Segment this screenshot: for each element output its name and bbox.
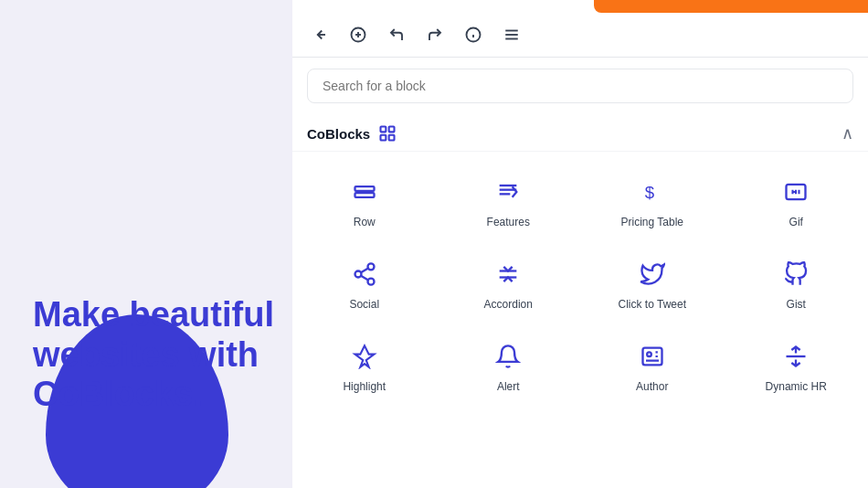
social-label: Social: [349, 298, 379, 311]
add-block-button[interactable]: [345, 22, 371, 48]
alert-label: Alert: [497, 380, 520, 393]
highlight-icon: [348, 340, 381, 373]
block-item-features[interactable]: Features: [437, 159, 581, 241]
click-to-tweet-label: Click to Tweet: [619, 298, 686, 311]
author-icon: [636, 340, 669, 373]
block-item-alert[interactable]: Alert: [437, 324, 581, 406]
accordion-icon: [492, 258, 524, 291]
highlight-label: Highlight: [343, 380, 386, 393]
pricing-table-icon: $: [636, 175, 669, 208]
block-item-gif[interactable]: Gif: [725, 159, 869, 241]
svg-rect-10: [381, 127, 386, 133]
collapse-button[interactable]: ∧: [842, 123, 853, 143]
toolbar: [292, 13, 868, 58]
row-label: Row: [354, 216, 376, 228]
search-bar: [307, 69, 853, 103]
gif-label: Gif: [789, 216, 803, 228]
coblocks-section-header: CoBlocks ∧: [292, 114, 868, 152]
dynamic-hr-label: Dynamic HR: [766, 380, 827, 393]
author-label: Author: [636, 380, 668, 393]
left-panel: Make beautiful websites with CoBlocks.: [0, 0, 292, 488]
accordion-label: Accordion: [484, 298, 533, 311]
svg-text:$: $: [645, 183, 655, 202]
block-item-pricing-table[interactable]: $ Pricing Table: [580, 159, 725, 241]
svg-point-23: [367, 279, 374, 285]
top-accent-bar: [594, 0, 868, 13]
section-label: CoBlocks: [307, 126, 370, 142]
block-item-row[interactable]: Row: [292, 159, 437, 241]
svg-line-25: [361, 269, 368, 273]
block-item-accordion[interactable]: Accordion: [437, 241, 581, 324]
svg-rect-11: [389, 127, 395, 133]
block-item-author[interactable]: Author: [580, 324, 725, 406]
block-item-social[interactable]: Social: [292, 241, 437, 324]
dynamic-hr-icon: [779, 340, 812, 373]
pricing-table-label: Pricing Table: [621, 216, 683, 228]
redo-button[interactable]: [422, 22, 448, 48]
search-input[interactable]: [307, 69, 853, 103]
svg-rect-13: [389, 135, 395, 141]
back-button[interactable]: [307, 22, 333, 48]
social-icon: [348, 258, 381, 291]
click-to-tweet-icon: [636, 258, 669, 291]
block-grid: Row Features $: [292, 152, 868, 413]
svg-line-24: [361, 276, 368, 281]
block-item-highlight[interactable]: Highlight: [292, 324, 437, 406]
headline: Make beautiful websites with CoBlocks.: [33, 295, 292, 415]
features-label: Features: [487, 216, 530, 228]
block-inserter-panel: CoBlocks ∧: [292, 58, 868, 488]
block-item-dynamic-hr[interactable]: Dynamic HR: [725, 324, 869, 406]
svg-rect-15: [355, 193, 374, 197]
info-button[interactable]: [460, 22, 486, 48]
svg-rect-12: [381, 135, 386, 141]
undo-button[interactable]: [384, 22, 409, 48]
alert-icon: [492, 340, 524, 373]
features-icon: [492, 175, 524, 208]
svg-rect-28: [642, 348, 662, 366]
editor-panel: CoBlocks ∧: [292, 0, 868, 488]
section-title: CoBlocks: [307, 123, 397, 143]
svg-point-21: [367, 263, 374, 270]
menu-button[interactable]: [499, 22, 524, 48]
grid-icon: [377, 123, 397, 143]
gif-icon: [779, 175, 812, 208]
svg-point-22: [355, 271, 361, 278]
gist-label: Gist: [787, 298, 806, 311]
svg-rect-14: [355, 186, 374, 191]
gist-icon: [779, 258, 812, 291]
block-item-gist[interactable]: Gist: [725, 241, 869, 324]
row-icon: [348, 175, 381, 208]
svg-point-29: [647, 352, 651, 356]
block-item-click-to-tweet[interactable]: Click to Tweet: [580, 241, 725, 324]
